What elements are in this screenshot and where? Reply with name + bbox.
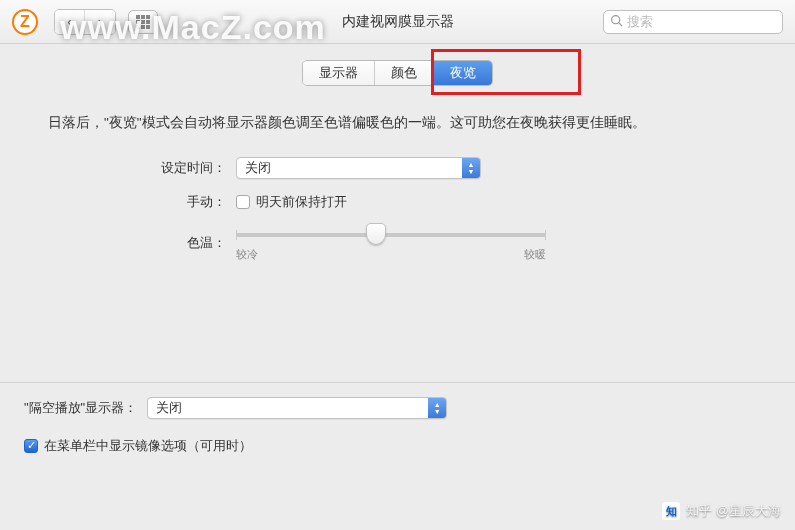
slider-labels: 较冷 较暖 [236,247,546,262]
schedule-label: 设定时间： [24,159,236,177]
schedule-value: 关闭 [245,159,271,177]
search-field-wrap[interactable] [603,10,783,34]
color-temp-slider[interactable] [236,233,546,237]
zhihu-watermark: 知 知乎 @星辰大海 [662,502,781,520]
bottom-section: "隔空播放"显示器： 关闭 ▲▼ ✓ 在菜单栏中显示镜像选项（可用时） [0,383,795,455]
manual-label: 手动： [24,193,236,211]
schedule-row: 设定时间： 关闭 ▲▼ [24,157,771,179]
airplay-row: "隔空播放"显示器： 关闭 ▲▼ [24,397,771,419]
airplay-value: 关闭 [156,399,182,417]
manual-checkbox[interactable] [236,195,250,209]
slider-min-label: 较冷 [236,247,258,262]
zhihu-user: 知乎 @星辰大海 [686,502,781,520]
tabs-container: 显示器 颜色 夜览 [24,60,771,86]
slider-max-label: 较暖 [524,247,546,262]
back-button[interactable]: ‹ [55,10,85,34]
mirror-checkbox-label: 在菜单栏中显示镜像选项（可用时） [44,437,252,455]
mirror-checkbox[interactable]: ✓ [24,439,38,453]
manual-row: 手动： 明天前保持打开 [24,193,771,211]
tab-color[interactable]: 颜色 [375,61,434,85]
color-temp-label: 色温： [24,234,236,252]
search-input[interactable] [627,14,776,29]
nav-button-group: ‹ › [54,9,116,35]
svg-line-1 [619,22,622,25]
schedule-dropdown[interactable]: 关闭 ▲▼ [236,157,481,179]
color-temp-row: 色温： 较冷 较暖 [24,225,771,262]
show-all-button[interactable] [128,10,158,34]
night-shift-description: 日落后，"夜览"模式会自动将显示器颜色调至色谱偏暖色的一端。这可助您在夜晚获得更… [24,112,771,135]
tab-display[interactable]: 显示器 [303,61,375,85]
svg-point-0 [612,15,620,23]
color-temp-slider-wrap: 较冷 较暖 [236,225,546,262]
z-logo-icon: Z [12,9,38,35]
forward-button[interactable]: › [85,10,115,34]
airplay-dropdown[interactable]: 关闭 ▲▼ [147,397,447,419]
dropdown-arrows-icon: ▲▼ [462,158,480,178]
content-area: 显示器 颜色 夜览 日落后，"夜览"模式会自动将显示器颜色调至色谱偏暖色的一端。… [0,44,795,292]
highlight-box [431,49,581,95]
manual-checkbox-label: 明天前保持打开 [256,193,347,211]
chevron-left-icon: ‹ [67,14,71,29]
dropdown-arrows-icon: ▲▼ [428,398,446,418]
window-title: 内建视网膜显示器 [342,13,454,31]
window-toolbar: Z ‹ › 内建视网膜显示器 [0,0,795,44]
grid-icon [136,15,150,29]
zhihu-icon: 知 [662,502,680,520]
mirror-option-row: ✓ 在菜单栏中显示镜像选项（可用时） [24,437,771,455]
search-icon [610,14,623,30]
airplay-label: "隔空播放"显示器： [24,399,137,417]
chevron-right-icon: › [98,14,102,29]
slider-thumb[interactable] [366,223,386,245]
